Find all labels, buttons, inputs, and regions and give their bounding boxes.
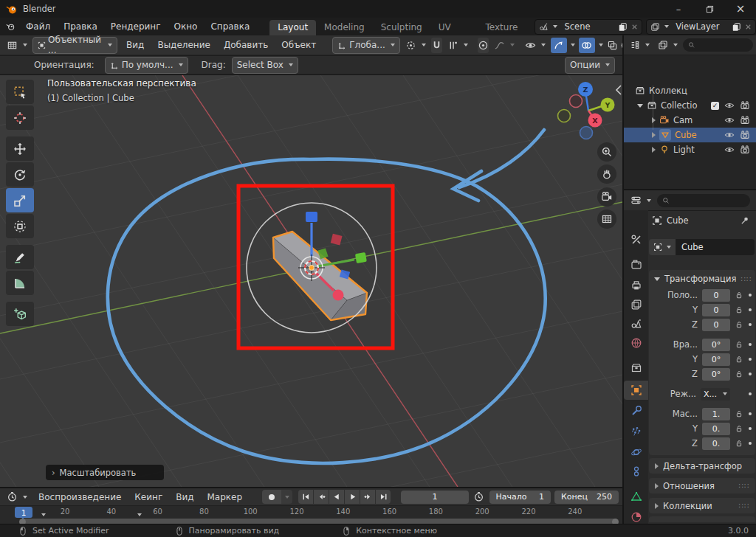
outliner-row[interactable]: Коллекция с <box>624 83 756 98</box>
editor-divider-vertical[interactable] <box>622 35 624 524</box>
pivot-point-dropdown[interactable] <box>402 38 429 53</box>
box-select-tool-button[interactable] <box>6 80 34 104</box>
viewport-menu-item[interactable]: Добавить <box>217 37 275 53</box>
workspace-tab[interactable]: Sculpting <box>373 20 430 35</box>
pan-button[interactable] <box>597 164 616 184</box>
lock-icon[interactable] <box>735 439 743 448</box>
animate-dot[interactable] <box>749 427 752 430</box>
collection-checkbox[interactable]: ✓ <box>711 102 719 110</box>
workspace-tab[interactable]: Texture <box>478 20 526 35</box>
editor-type-button[interactable] <box>4 38 30 53</box>
disclosure-icon[interactable] <box>652 132 656 138</box>
outliner-row[interactable]: Collectio✓ <box>624 98 756 113</box>
gizmo-x-handle[interactable] <box>333 290 344 301</box>
workspace-tab[interactable]: Layout <box>269 20 316 35</box>
add-cube-tool-button[interactable] <box>6 302 34 326</box>
animate-dot[interactable] <box>749 308 752 311</box>
collapsed-panel[interactable]: Коллекции <box>649 498 755 513</box>
partial-panel[interactable] <box>649 516 755 522</box>
camera-view-button[interactable] <box>597 187 616 207</box>
remove-view-layer-icon[interactable] <box>743 20 755 34</box>
view-layer-icon[interactable] <box>647 20 673 34</box>
transform-value-field[interactable]: 0° <box>702 339 730 351</box>
snap-toggle[interactable] <box>431 38 442 53</box>
lock-icon[interactable] <box>735 320 743 329</box>
view-layer-selector[interactable]: ViewLayer <box>646 19 756 35</box>
properties-tab-collection[interactable] <box>624 358 648 378</box>
properties-tab-render[interactable] <box>624 255 648 274</box>
properties-tab-world[interactable] <box>624 333 648 353</box>
disable-render-icon[interactable] <box>740 115 750 125</box>
blender-menu-logo-icon[interactable] <box>6 21 15 32</box>
rotate-tool-button[interactable] <box>6 162 34 187</box>
pin-icon[interactable] <box>740 215 749 226</box>
transform-value-field[interactable]: 0 <box>702 289 730 302</box>
scene-icon[interactable] <box>535 20 561 34</box>
collapsed-panel[interactable]: Отношения <box>649 478 755 493</box>
lock-icon[interactable] <box>735 305 743 314</box>
outliner-row[interactable]: Light <box>624 142 756 157</box>
properties-search-input[interactable] <box>673 195 745 206</box>
frame-start-field[interactable]: Начало1 <box>489 491 551 504</box>
animate-dot[interactable] <box>749 323 752 326</box>
outliner-item-label[interactable]: Cube <box>675 130 697 140</box>
scene-name[interactable]: Scene <box>561 21 616 32</box>
transform-value-field[interactable]: 0. <box>702 437 730 450</box>
nav-axis-neg-y[interactable] <box>558 110 571 122</box>
panel-drag-handle[interactable] <box>740 275 752 283</box>
gizmo-toggle[interactable] <box>551 38 567 53</box>
operator-panel[interactable]: Масштабировать <box>46 465 164 480</box>
cursor-tool-button[interactable] <box>6 105 34 130</box>
properties-tab-view-layer[interactable] <box>624 295 648 314</box>
editor-divider-horizontal[interactable] <box>624 189 756 190</box>
outliner-row[interactable]: Cam <box>624 113 756 128</box>
disable-render-icon[interactable] <box>740 130 750 140</box>
prev-keyframe-button[interactable] <box>314 490 329 504</box>
animate-dot[interactable] <box>749 373 752 375</box>
annotate-tool-button[interactable] <box>6 245 34 269</box>
timeline-menu-item[interactable]: Маркер <box>201 489 250 505</box>
outliner-search-input[interactable] <box>698 40 748 51</box>
animate-dot[interactable] <box>749 392 752 395</box>
auto-key-dropdown[interactable] <box>281 490 292 504</box>
auto-key-toggle[interactable] <box>262 490 281 504</box>
viewport-menu-item[interactable]: Объект <box>275 37 323 53</box>
animate-dot[interactable] <box>749 358 752 361</box>
close-button[interactable]: × <box>725 0 756 18</box>
gizmo-z-handle[interactable] <box>306 212 317 222</box>
timeline-menu-item[interactable]: Воспроизведение <box>32 489 128 505</box>
transform-value-field[interactable]: 0. <box>702 423 730 435</box>
perspective-toggle-button[interactable] <box>597 209 616 229</box>
transform-tool-button[interactable] <box>6 214 34 238</box>
nav-axis-neg-z[interactable] <box>580 127 593 139</box>
lock-icon[interactable] <box>735 291 743 299</box>
properties-tab-modifiers[interactable] <box>624 401 648 420</box>
breadcrumb-object[interactable]: Cube <box>667 215 689 226</box>
new-scene-icon[interactable] <box>616 20 629 34</box>
outliner-item-label[interactable]: Коллекция с <box>649 86 687 96</box>
drag-mode-dropdown[interactable]: Select Box <box>232 57 298 74</box>
properties-tab-particles[interactable] <box>624 422 648 441</box>
properties-search[interactable] <box>657 194 750 207</box>
menu-item[interactable]: Рендеринг <box>104 18 168 35</box>
outliner-row[interactable]: Cube <box>624 128 756 142</box>
nav-axis-neg-x[interactable] <box>570 95 583 108</box>
menu-item[interactable]: Окно <box>168 18 205 35</box>
panel-drag-handle[interactable] <box>738 502 749 510</box>
new-view-layer-icon[interactable] <box>730 20 743 34</box>
orientation-default-dropdown[interactable]: По умолч... <box>105 57 188 74</box>
object-name-field[interactable]: Cube <box>676 239 755 255</box>
move-tool-button[interactable] <box>6 136 34 161</box>
jump-start-button[interactable] <box>298 490 313 504</box>
gizmo-dropdown[interactable] <box>567 38 577 53</box>
lock-icon[interactable] <box>735 409 743 418</box>
snap-target-dropdown[interactable] <box>444 38 471 53</box>
play-reverse-button[interactable] <box>329 490 344 504</box>
lock-icon[interactable] <box>735 355 743 364</box>
lock-icon[interactable] <box>735 370 743 378</box>
viewport-menu-item[interactable]: Вид <box>120 37 151 53</box>
properties-tab-object[interactable] <box>624 381 648 400</box>
transform-value-field[interactable]: X... <box>701 388 730 401</box>
viewport-3d-scene[interactable]: Z Y X <box>0 75 622 487</box>
hide-viewport-icon[interactable] <box>724 145 735 155</box>
